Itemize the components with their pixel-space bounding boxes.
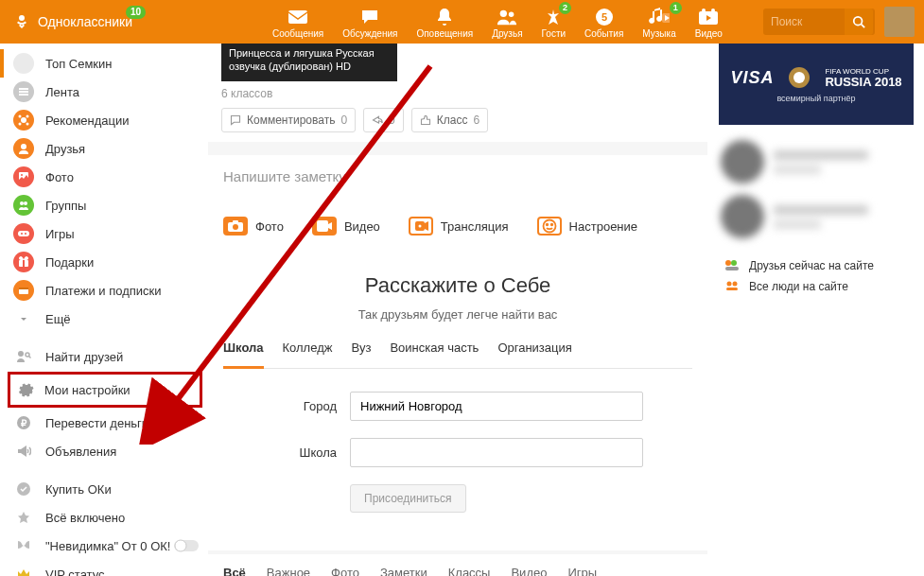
payments-icon (13, 280, 34, 301)
nav-notifications[interactable]: Оповещения (407, 4, 482, 41)
post-thumbnail[interactable]: Принцесса и лягушка Русская озвучка (дуб… (221, 44, 397, 81)
nav-discussions[interactable]: Обсуждения (333, 4, 407, 41)
about-tab-0[interactable]: Школа (223, 340, 264, 369)
sidebar-item-recommendations[interactable]: Рекомендации (0, 106, 208, 134)
school-input[interactable] (350, 438, 643, 467)
svg-rect-38 (233, 220, 238, 223)
join-button[interactable]: Присоединиться (350, 484, 466, 513)
friends-icon (13, 138, 34, 159)
sidebar-item-my-settings[interactable]: Мои настройки (10, 375, 200, 404)
logo[interactable]: Одноклассники 10 (4, 11, 140, 32)
filter-tab-6[interactable]: Игры (567, 566, 597, 576)
people-online-icon (724, 280, 741, 293)
svg-point-9 (711, 9, 715, 12)
sidebar-item-find-friends[interactable]: Найти друзей (0, 342, 208, 371)
filter-tab-0[interactable]: Всё (223, 566, 246, 576)
sidebar-item-buy-oks[interactable]: Купить ОКи (0, 475, 208, 503)
svg-point-14 (21, 117, 26, 123)
visa-logo: VISA (730, 68, 774, 88)
friend-suggestion[interactable] (721, 189, 912, 244)
about-tab-3[interactable]: Воинская часть (390, 340, 479, 360)
sidebar-item-games[interactable]: Игры (0, 219, 208, 248)
suggested-friends (719, 125, 914, 248)
nav-badge: 2 (559, 2, 571, 14)
nav-friends[interactable]: Друзья (482, 4, 532, 41)
toggle-icon[interactable] (174, 539, 199, 552)
filter-tab-5[interactable]: Видео (511, 566, 547, 576)
sidebar-item-label: Перевести деньги (45, 416, 148, 430)
svg-point-48 (725, 260, 731, 266)
composer-photo[interactable]: Фото (223, 217, 284, 236)
feed-filter-tabs: ВсёВажноеФотоЗаметкиКлассыВидеоИгры (208, 550, 707, 576)
sidebar-item-friends[interactable]: Друзья (0, 134, 208, 163)
events-icon: 5 (594, 8, 615, 26)
sidebar-item-groups[interactable]: Группы (0, 191, 208, 219)
comment-button[interactable]: Комментировать 0 (221, 108, 356, 132)
layout: Топ Семкин ЛентаРекомендацииДрузьяФотоГр… (0, 44, 924, 576)
sidebar: Топ Семкин ЛентаРекомендацииДрузьяФотоГр… (0, 44, 208, 576)
nav-guests[interactable]: Гости2 (532, 4, 575, 41)
sidebar-item-vip[interactable]: VIP статус (0, 560, 208, 576)
svg-point-22 (20, 201, 24, 205)
about-tab-1[interactable]: Колледж (283, 340, 333, 360)
post-likes-summary: 6 классов (208, 81, 707, 108)
composer-action-label: Видео (344, 219, 380, 234)
composer-action-label: Трансляция (441, 219, 509, 234)
all-people-online-link[interactable]: Все люди на сайте (721, 276, 912, 297)
sidebar-item-label: Купить ОКи (45, 482, 112, 497)
friends-online-link[interactable]: Друзья сейчас на сайте (721, 255, 912, 276)
svg-point-2 (500, 9, 507, 16)
nav-messages[interactable]: Сообщения (263, 4, 333, 41)
friend-suggestion[interactable] (721, 134, 912, 189)
sidebar-item-transfer-money[interactable]: ₽Перевести деньги (0, 409, 208, 437)
messages-icon (288, 8, 308, 26)
svg-point-49 (731, 260, 737, 266)
filter-tab-2[interactable]: Фото (331, 566, 359, 576)
sidebar-item-invisible[interactable]: "Невидимка" От 0 ОК! (0, 532, 208, 560)
svg-point-47 (793, 72, 805, 83)
sidebar-item-gifts[interactable]: Подарки (0, 248, 208, 276)
search-button[interactable] (845, 9, 873, 35)
sidebar-item-all-inclusive[interactable]: Всё включено (0, 503, 208, 532)
svg-point-19 (21, 144, 26, 149)
logo-text: Одноклассники (38, 14, 132, 29)
composer-action-label: Фото (255, 219, 284, 234)
video-icon (698, 8, 719, 26)
filter-tab-4[interactable]: Классы (448, 566, 491, 576)
filter-tab-1[interactable]: Важное (267, 566, 310, 576)
city-input[interactable] (350, 392, 643, 421)
filter-tab-3[interactable]: Заметки (380, 566, 427, 576)
sidebar-item-feed[interactable]: Лента (0, 78, 208, 106)
nav-music[interactable]: Музыка1 (633, 4, 685, 41)
search-input[interactable] (763, 15, 845, 28)
svg-point-3 (509, 11, 514, 17)
class-button[interactable]: Класс 6 (411, 108, 488, 132)
share-button[interactable]: 0 (363, 108, 404, 132)
nav-label: Сообщения (272, 28, 323, 39)
settings-highlight: Мои настройки (8, 372, 202, 408)
online-list: Друзья сейчас на сайте Все люди на сайте (719, 248, 914, 305)
user-avatar[interactable] (884, 7, 915, 37)
composer-mood[interactable]: Настроение (537, 217, 637, 236)
composer-video[interactable]: Видео (312, 217, 380, 236)
logo-badge: 10 (126, 6, 146, 19)
sidebar-profile[interactable]: Топ Семкин (0, 49, 208, 78)
svg-rect-50 (725, 267, 739, 271)
about-tab-4[interactable]: Организация (497, 340, 571, 360)
composer-title[interactable]: Напишите заметку (223, 168, 692, 184)
nav-events[interactable]: 5События (575, 4, 633, 41)
sidebar-item-more[interactable]: Ещё (0, 305, 208, 333)
ad-banner[interactable]: VISA FIFA WORLD CUP RUSSIA 2018 всемирны… (719, 44, 914, 125)
nav-video[interactable]: Видео (686, 4, 732, 41)
sidebar-item-label: Лента (45, 85, 79, 99)
sidebar-item-ads[interactable]: Объявления (0, 437, 208, 465)
top-nav: СообщенияОбсужденияОповещенияДрузьяГости… (263, 4, 732, 41)
city-label: Город (261, 399, 337, 413)
sidebar-item-payments[interactable]: Платежи и подписки (0, 276, 208, 305)
sidebar-item-label: Друзья (45, 142, 85, 156)
svg-point-30 (18, 351, 24, 357)
composer-stream[interactable]: Трансляция (409, 217, 509, 236)
about-tab-2[interactable]: Вуз (351, 340, 371, 360)
photo-icon (223, 217, 248, 236)
sidebar-item-photos[interactable]: Фото (0, 163, 208, 191)
